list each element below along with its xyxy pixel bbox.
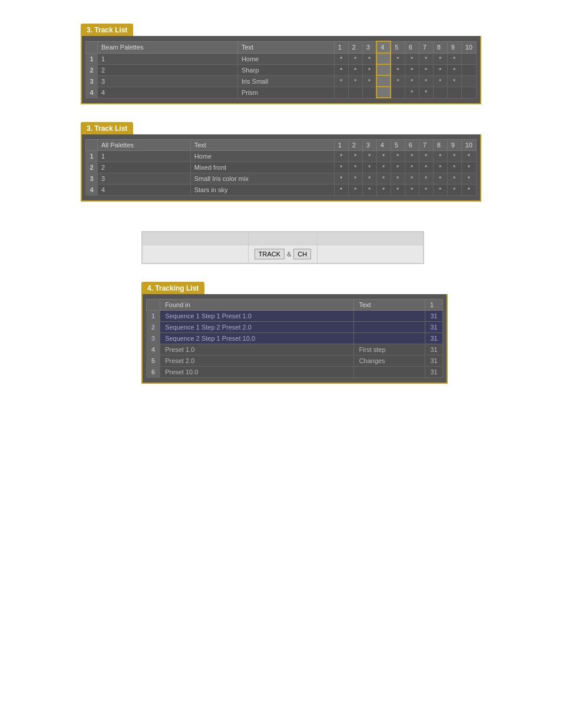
th2-8: 8 [433, 140, 447, 151]
palette-cell: 1 [98, 53, 238, 64]
star-cell: * [405, 151, 419, 162]
panel1-content: Beam Palettes Text 1 2 3 4 5 6 7 8 9 10 [81, 36, 481, 104]
th2-2: 2 [348, 140, 362, 151]
th-7: 7 [419, 41, 433, 53]
found-in-cell: Preset 2.0 [160, 355, 354, 367]
tracking-list-panel: 4. Tracking List Found in Text 1 1Sequen… [141, 282, 448, 384]
th-3: 3 [362, 41, 376, 53]
text-cell: Prism [237, 87, 334, 98]
star-cell: * [348, 53, 362, 64]
star-cell [348, 87, 362, 98]
star-cell: * [348, 75, 362, 87]
panel3-title: 4. Tracking List [141, 282, 204, 294]
palette-cell: 3 [98, 173, 191, 185]
filter-panel: TRACK & CH [141, 231, 424, 264]
ch-button[interactable]: CH [293, 249, 311, 259]
value-cell: 31 [425, 344, 443, 355]
table-row: 33Small Iris color mix********** [86, 173, 477, 185]
th3-found-in: Found in [160, 299, 354, 311]
th-6: 6 [405, 41, 419, 53]
star-cell: * [447, 162, 461, 173]
star-cell: * [447, 185, 461, 196]
star-cell: * [348, 151, 362, 162]
star-cell [334, 87, 348, 98]
star-cell: * [376, 162, 391, 173]
star-cell: * [334, 185, 348, 196]
star-cell: * [433, 75, 447, 87]
star-cell: * [391, 151, 405, 162]
star-cell: * [362, 151, 376, 162]
palette-cell: 4 [98, 185, 191, 196]
row-num: 2 [147, 322, 160, 333]
star-cell [376, 75, 391, 87]
star-cell: * [433, 53, 447, 64]
panel2-title: 3. Track List [81, 122, 133, 134]
value-cell: 31 [425, 367, 443, 378]
track-table-2-header: All Palettes Text 1 2 3 4 5 6 7 8 9 10 [86, 140, 477, 151]
table-row: 5Preset 2.0Changes31 [147, 355, 443, 367]
th-text: Text [237, 41, 334, 53]
th2-empty [86, 140, 98, 151]
row-num: 3 [86, 173, 98, 185]
th2-6: 6 [405, 140, 419, 151]
filter-right-bottom [318, 245, 424, 263]
star-cell: * [419, 151, 433, 162]
star-cell: * [391, 173, 405, 185]
star-cell: * [362, 75, 376, 87]
th2-3: 3 [362, 140, 376, 151]
th2-text: Text [190, 140, 334, 151]
th2-10: 10 [461, 140, 476, 151]
star-cell: * [419, 64, 433, 75]
star-cell: * [348, 173, 362, 185]
text-cell: Home [237, 53, 334, 64]
star-cell: * [433, 64, 447, 75]
star-cell: * [334, 53, 348, 64]
star-cell: * [376, 151, 391, 162]
star-cell [376, 53, 391, 64]
text-cell: Changes [354, 355, 425, 367]
star-cell: * [362, 173, 376, 185]
filter-row-top [143, 232, 424, 245]
row-num: 6 [147, 367, 160, 378]
found-in-cell: Preset 1.0 [160, 344, 354, 355]
panel2-title-tab: 3. Track List [81, 122, 481, 134]
text-cell: Stars in sky [190, 185, 334, 196]
found-in-cell: Preset 10.0 [160, 367, 354, 378]
table-row: 11Home******** [86, 53, 477, 64]
panel1-inner: Beam Palettes Text 1 2 3 4 5 6 7 8 9 10 [82, 36, 480, 103]
palette-cell: 1 [98, 151, 191, 162]
star-cell: * [419, 75, 433, 87]
star-cell: * [362, 53, 376, 64]
row-num: 3 [86, 75, 98, 87]
text-cell: Small Iris color mix [190, 173, 334, 185]
found-in-cell: Sequence 2 Step 1 Preset 10.0 [160, 333, 354, 344]
filter-amp: & [287, 251, 291, 258]
track-list-panel-2: 3. Track List All Palettes Text 1 2 3 4 … [81, 122, 481, 202]
panel3-inner: Found in Text 1 1Sequence 1 Step 1 Prese… [143, 294, 447, 383]
found-in-cell: Sequence 1 Step 2 Preset 2.0 [160, 322, 354, 333]
star-cell: * [433, 162, 447, 173]
star-cell: * [334, 64, 348, 75]
th-9: 9 [447, 41, 461, 53]
star-cell: * [348, 162, 362, 173]
table-row: 2Sequence 1 Step 2 Preset 2.031 [147, 322, 443, 333]
th-beam-palettes: Beam Palettes [98, 41, 238, 53]
track-button[interactable]: TRACK [254, 249, 285, 259]
palette-cell: 4 [98, 87, 238, 98]
palette-cell: 2 [98, 162, 191, 173]
panel2-inner: All Palettes Text 1 2 3 4 5 6 7 8 9 10 [82, 134, 480, 200]
track-list-panel-1: 3. Track List Beam Palettes Text 1 2 3 4… [81, 24, 481, 104]
star-cell: * [447, 173, 461, 185]
tracking-header: Found in Text 1 [147, 299, 443, 311]
star-cell: * [447, 53, 461, 64]
star-cell [433, 87, 447, 98]
th3-empty [147, 299, 160, 311]
star-cell [447, 87, 461, 98]
star-cell [376, 64, 391, 75]
th3-1: 1 [425, 299, 443, 311]
star-cell: * [405, 87, 419, 98]
table-row: 3Sequence 2 Step 1 Preset 10.031 [147, 333, 443, 344]
star-cell: * [376, 173, 391, 185]
star-cell [376, 87, 391, 98]
th2-7: 7 [419, 140, 433, 151]
